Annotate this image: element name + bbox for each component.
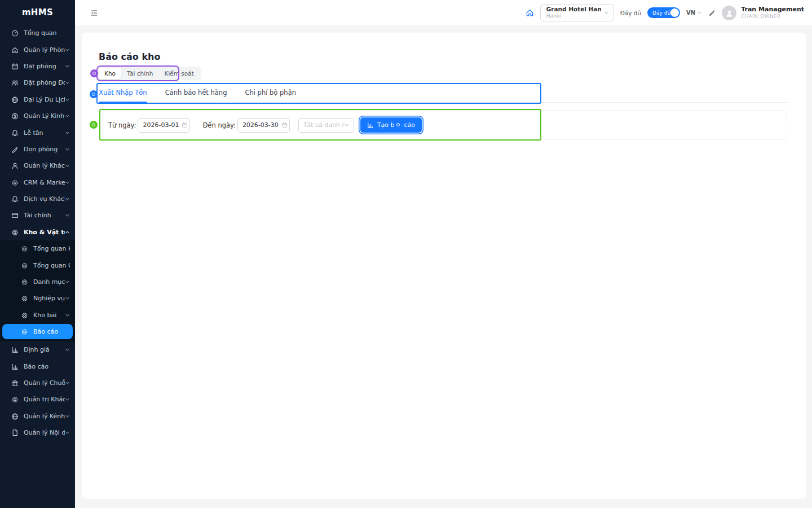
- sidebar-item-label: Định giá: [24, 346, 65, 353]
- sidebar-item-label: Dịch vụ Khách: [24, 195, 65, 203]
- gear-icon: [21, 312, 28, 319]
- user-name: Tran Management: [741, 6, 804, 14]
- sidebar-item[interactable]: Đại Lý Du Lịch: [0, 91, 75, 108]
- to-date-value: 2026-03-30: [242, 121, 279, 129]
- chevron-down-icon: [65, 97, 70, 102]
- sidebar-item[interactable]: Kho & Vật tư: [0, 224, 75, 240]
- view-mode-toggle[interactable]: Đầy đủ: [647, 7, 680, 18]
- segment-kho[interactable]: Kho: [99, 68, 121, 79]
- sidebar-item[interactable]: Tổng quan: [0, 25, 75, 41]
- sidebar-item[interactable]: Quản lý Nội dung: [0, 424, 75, 441]
- sidebar-item[interactable]: Quản Lý Kinh D...: [0, 108, 75, 124]
- chevron-down-icon: [65, 163, 70, 168]
- sidebar-item[interactable]: Báo cáo: [2, 324, 73, 339]
- user-icon: [11, 162, 19, 169]
- view-mode-label: Đầy đủ: [620, 10, 641, 16]
- brush-icon[interactable]: [708, 9, 716, 16]
- sidebar: mHMS Tổng quanQuản lý PhòngĐặt phòngĐặt …: [0, 0, 75, 508]
- sidebar-item[interactable]: Quản lý Kênh: [0, 408, 75, 424]
- generate-report-label: Tạo báo cáo: [377, 121, 415, 129]
- segment-kiem-soat[interactable]: Kiểm soát: [159, 68, 200, 79]
- sidebar-item-label: Tài chính: [24, 212, 65, 219]
- chevron-down-icon: [344, 122, 349, 128]
- sidebar-item[interactable]: Quản lý Chuỗi: [0, 375, 75, 391]
- bell-icon: [11, 129, 19, 137]
- sidebar-item[interactable]: Danh mục: [0, 274, 75, 290]
- sidebar-item-label: Báo cáo: [33, 328, 68, 335]
- to-date-input[interactable]: 2026-03-30: [237, 118, 290, 133]
- user-menu[interactable]: Tran Management CHAIN_OWNER: [722, 6, 804, 20]
- chevron-down-icon: [65, 147, 70, 152]
- chevron-down-icon: [65, 380, 70, 386]
- sidebar-item-label: Quản lý Kênh: [24, 413, 65, 420]
- chart-icon: [11, 363, 19, 370]
- hotel-selector[interactable]: Grand Hotel Hanoi Hanoi: [540, 4, 614, 21]
- sidebar-item[interactable]: Định giá: [0, 341, 75, 358]
- user-texts: Tran Management CHAIN_OWNER: [741, 6, 804, 20]
- sidebar-item-label: Tổng quan Ch...: [33, 262, 70, 269]
- gear-icon: [11, 179, 19, 186]
- sidebar-item-label: Lễ tân: [24, 129, 65, 137]
- filter-card: Từ ngày: 2026-03-01 Đến ngày: 2026-03-30…: [99, 110, 787, 140]
- segment-tai-chinh[interactable]: Tài chính: [121, 68, 159, 79]
- sidebar-item-label: Quản lý Chuỗi: [24, 379, 65, 387]
- chevron-down-icon: [604, 10, 609, 15]
- calendar-icon: [281, 122, 288, 128]
- sidebar-item-label: Tổng quan: [24, 29, 70, 37]
- page-title: Báo cáo kho: [99, 51, 160, 62]
- avatar: [722, 6, 736, 20]
- category-select[interactable]: Tất cả danh mục: [298, 118, 354, 133]
- sidebar-item[interactable]: Dịch vụ Khách: [0, 191, 75, 207]
- sidebar-item[interactable]: Đặt phòng: [0, 58, 75, 75]
- sidebar-item-label: Dọn phòng: [24, 146, 65, 153]
- language-selector[interactable]: VN: [686, 10, 702, 16]
- chevron-down-icon: [65, 313, 70, 318]
- content-card: Báo cáo kho Kho Tài chính Kiểm soát Xuất…: [82, 33, 806, 499]
- sidebar-item[interactable]: Quản trị Khách ...: [0, 391, 75, 408]
- sidebar-item-label: Danh mục: [33, 278, 65, 286]
- chevron-down-icon: [65, 64, 70, 69]
- sidebar-item[interactable]: Báo cáo: [0, 358, 75, 374]
- tab-canh-bao-het-hang[interactable]: Cảnh báo hết hàng: [165, 83, 227, 102]
- sidebar-item[interactable]: CRM & Marketi...: [0, 174, 75, 191]
- bar-chart-icon: [367, 122, 374, 129]
- menu-fold-icon[interactable]: [90, 9, 98, 17]
- chevron-down-icon: [65, 397, 70, 402]
- chevron-down-icon: [65, 347, 70, 352]
- sidebar-menu: Tổng quanQuản lý PhòngĐặt phòngĐặt phòng…: [0, 25, 75, 441]
- generate-report-button[interactable]: Tạo báo cáo: [360, 117, 422, 133]
- sidebar-item-label: Kho & Vật tư: [24, 229, 65, 236]
- gear-icon: [21, 262, 28, 269]
- chevron-down-icon: [65, 414, 70, 419]
- from-date-input[interactable]: 2026-03-01: [138, 118, 190, 133]
- top-header: Grand Hotel Hanoi Hanoi Đầy đủ Đầy đủ VN…: [75, 0, 812, 25]
- sidebar-item[interactable]: Kho bãi: [0, 307, 75, 323]
- chevron-down-icon: [65, 113, 70, 119]
- sidebar-item[interactable]: Lễ tân: [0, 124, 75, 141]
- sidebar-item-label: Đại Lý Du Lịch: [24, 96, 65, 103]
- sidebar-item-label: Quản lý Nội dung: [24, 429, 65, 436]
- hotel-selector-texts: Grand Hotel Hanoi Hanoi: [546, 6, 601, 19]
- tab-bar: Xuất Nhập Tồn Cảnh báo hết hàng Chi phí …: [99, 83, 788, 103]
- sidebar-item[interactable]: Nghiệp vụ: [0, 290, 75, 306]
- sidebar-submenu: Tổng quan KhoTổng quan Ch...Danh mụcNghi…: [0, 240, 75, 341]
- sidebar-item[interactable]: Dọn phòng: [0, 141, 75, 157]
- sidebar-item-label: Quản Lý Kinh D...: [24, 112, 65, 120]
- dashboard-icon: [11, 29, 19, 37]
- category-placeholder: Tất cả danh mục: [303, 121, 344, 129]
- sidebar-item[interactable]: Quản lý Khách ...: [0, 157, 75, 174]
- home-icon[interactable]: [526, 8, 534, 17]
- sidebar-item[interactable]: Đặt phòng Đoàn: [0, 75, 75, 91]
- sidebar-item-label: Đặt phòng: [24, 63, 65, 70]
- sidebar-item[interactable]: Tài chính: [0, 207, 75, 224]
- home-icon: [11, 46, 19, 54]
- tab-xuat-nhap-ton[interactable]: Xuất Nhập Tồn: [99, 83, 147, 102]
- sidebar-item[interactable]: Quản lý Phòng: [0, 41, 75, 58]
- language-label: VN: [686, 10, 695, 16]
- sidebar-item-label: Quản lý Phòng: [24, 46, 65, 54]
- sidebar-item[interactable]: Tổng quan Ch...: [0, 257, 75, 273]
- chevron-down-icon: [65, 130, 70, 135]
- sidebar-item[interactable]: Tổng quan Kho: [0, 240, 75, 257]
- calendar-icon: [11, 63, 19, 70]
- tab-chi-phi-bo-phan[interactable]: Chi phí bộ phận: [245, 83, 296, 102]
